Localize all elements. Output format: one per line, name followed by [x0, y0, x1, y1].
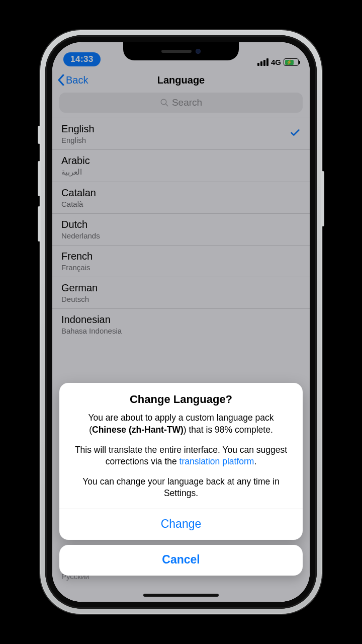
alert-message: You are about to apply a custom language… [69, 412, 293, 500]
screen: 14:33 4G ⚡ [52, 42, 310, 602]
speaker-icon [161, 50, 192, 53]
volume-down-button [38, 206, 41, 242]
phone-frame: 14:33 4G ⚡ [40, 30, 322, 614]
alert-card: Change Language? You are about to apply … [59, 383, 303, 540]
change-button[interactable]: Change [59, 509, 303, 540]
notch [123, 42, 239, 60]
translation-platform-link[interactable]: translation platform [179, 456, 254, 466]
front-camera-icon [196, 49, 201, 54]
home-indicator[interactable] [143, 594, 219, 597]
alert-title: Change Language? [69, 393, 293, 406]
volume-up-button [38, 161, 41, 196]
power-button [321, 171, 324, 226]
cancel-button[interactable]: Cancel [59, 545, 303, 576]
action-sheet: Change Language? You are about to apply … [59, 383, 303, 576]
mute-switch [38, 126, 41, 144]
